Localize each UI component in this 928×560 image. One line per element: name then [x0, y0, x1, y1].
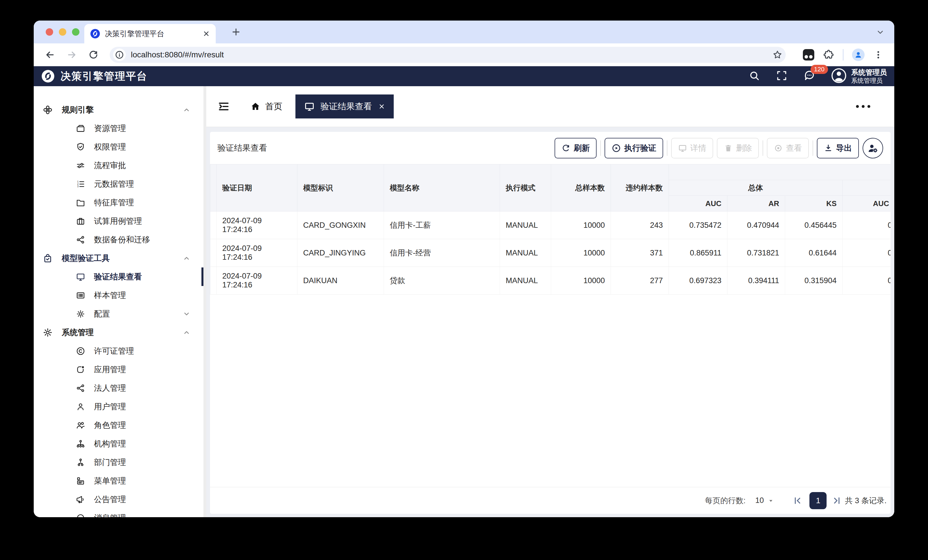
close-window-button[interactable] [46, 28, 53, 36]
sidebar-item-notice-management[interactable]: 公告管理 [34, 490, 206, 508]
refresh-button[interactable]: 刷新 [554, 138, 597, 158]
pagination-bar: 每页的行数: 10 1 共 3 条记录. [210, 487, 891, 514]
tab-more-kebab-icon[interactable] [856, 105, 870, 108]
play-circle-icon [611, 143, 621, 153]
export-button[interactable]: 导出 [817, 138, 859, 158]
tab-validation-result-active[interactable]: 验证结果查看 [295, 94, 394, 119]
user-avatar[interactable] [831, 68, 847, 84]
table-empty-space [210, 295, 891, 487]
address-bar[interactable]: localhost:8080/#/mv/result [110, 47, 786, 63]
menu-card-icon [76, 476, 85, 486]
dropdown-caret-icon[interactable] [767, 497, 775, 504]
cell-date: 2024-07-09 17:24:16 [217, 267, 298, 295]
cell-auc-2: 0 [843, 267, 891, 295]
maximize-window-button[interactable] [72, 28, 79, 36]
sidebar-item-legal-entity-management[interactable]: 法人管理 [34, 379, 206, 397]
cell-auc: 0.735472 [669, 212, 727, 239]
sidebar-item-department-management[interactable]: 部门管理 [34, 453, 206, 472]
sidebar-item-workflow-approval[interactable]: 流程审批 [34, 156, 206, 175]
briefcase-icon [76, 216, 85, 226]
bookmark-star-icon[interactable] [772, 49, 783, 60]
execute-validation-button[interactable]: 执行验证 [604, 138, 663, 158]
browser-tab[interactable]: 决策引擎管理平台 [84, 24, 216, 43]
sidebar-item-config[interactable]: 配置 [34, 304, 206, 323]
col-date: 验证日期 [217, 164, 298, 212]
extensions-puzzle-icon[interactable] [823, 49, 834, 61]
view-button[interactable]: 查看 [767, 138, 809, 158]
window-controls [46, 28, 79, 36]
col-group-next [843, 180, 891, 196]
app-header: 决策引擎管理平台 120 系统管理员 系统管理员 [34, 66, 894, 86]
sidebar-fold-icon[interactable] [218, 100, 230, 113]
sidebar-item-message-management[interactable]: 消息管理 [34, 508, 206, 517]
table-row[interactable]: 2024-07-09 17:24:16 CARD_GONGXIN 信用卡-工薪 … [210, 212, 891, 239]
toolbar-divider [667, 140, 667, 156]
rule-engine-icon [42, 105, 53, 115]
forward-icon[interactable] [66, 49, 77, 60]
back-icon[interactable] [44, 49, 55, 60]
total-records-label: 共 3 条记录. [845, 496, 887, 506]
user-settings-button[interactable] [862, 138, 883, 158]
col-ar: AR [727, 196, 785, 212]
sidebar-group-system-management[interactable]: 系统管理 [34, 323, 206, 342]
message-count-badge: 120 [810, 65, 828, 74]
browser-profile-icon[interactable] [852, 49, 865, 61]
sliders-icon [76, 161, 85, 170]
last-page-icon[interactable] [832, 496, 841, 505]
browser-menu-kebab-icon[interactable] [873, 50, 884, 60]
col-ks: KS [785, 196, 843, 212]
sidebar-item-license-management[interactable]: 许可证管理 [34, 342, 206, 360]
fullscreen-icon[interactable] [776, 70, 788, 83]
table-row[interactable]: 2024-07-09 17:24:16 CARD_JINGYING 信用卡-经营… [210, 239, 891, 267]
url-text: localhost:8080/#/mv/result [131, 50, 224, 59]
messages-icon[interactable]: 120 [803, 69, 816, 83]
col-model-id: 模型标识 [298, 164, 384, 212]
sidebar-item-app-management[interactable]: 应用管理 [34, 360, 206, 379]
browser-toolbar: localhost:8080/#/mv/result [34, 43, 894, 66]
site-favicon-icon [90, 29, 100, 39]
sidebar-item-user-management[interactable]: 用户管理 [34, 397, 206, 416]
tab-search-chevron-icon[interactable] [876, 28, 885, 37]
cell-model-name: 信用卡-工薪 [384, 212, 500, 239]
sidebar-item-role-management[interactable]: 角色管理 [34, 416, 206, 434]
tab-home[interactable]: 首页 [250, 101, 282, 113]
sidebar-item-organization-management[interactable]: 机构管理 [34, 434, 206, 453]
megaphone-icon [76, 495, 85, 504]
new-tab-button[interactable] [231, 27, 241, 37]
cell-model-name: 信用卡-经营 [384, 239, 500, 267]
site-info-icon[interactable] [113, 49, 126, 61]
sidebar-item-trial-case-management[interactable]: 试算用例管理 [34, 212, 206, 230]
sidebar-item-metadata-management[interactable]: 123 元数据管理 [34, 175, 206, 193]
sidebar-item-validation-result-view[interactable]: 验证结果查看 [34, 268, 206, 286]
tab-close-icon[interactable] [203, 30, 210, 37]
app-logo-icon [41, 69, 55, 83]
delete-button[interactable]: 删除 [717, 138, 759, 158]
resource-icon [76, 123, 85, 133]
table-row[interactable]: 2024-07-09 17:24:16 DAIKUAN 贷款 MANUAL 10… [210, 267, 891, 295]
copyright-icon [76, 346, 85, 356]
sidebar-item-sample-management[interactable]: 样本管理 [34, 286, 206, 304]
rows-per-page-select[interactable]: 10 [755, 496, 764, 505]
current-page-button[interactable]: 1 [809, 492, 827, 509]
cell-auc-2: 0 [843, 239, 891, 267]
search-icon[interactable] [748, 70, 760, 83]
sidebar-item-data-backup-migration[interactable]: 数据备份和迁移 [34, 230, 206, 249]
sidebar-item-permission-management[interactable]: 权限管理 [34, 138, 206, 156]
extension-badge-icon[interactable] [803, 49, 814, 61]
sidebar-group-rule-engine[interactable]: 规则引擎 [34, 100, 206, 119]
reload-icon[interactable] [88, 49, 99, 60]
chevron-up-icon [183, 329, 190, 336]
cell-ar: 0.394111 [727, 267, 785, 295]
first-page-icon[interactable] [793, 496, 803, 505]
sidebar-item-feature-library-management[interactable]: 特征库管理 [34, 193, 206, 212]
sidebar-group-model-validation-tools[interactable]: 模型验证工具 [34, 249, 206, 268]
folder-icon [76, 198, 85, 207]
detail-button[interactable]: 详情 [671, 138, 713, 158]
minimize-window-button[interactable] [59, 28, 66, 36]
user-info: 系统管理员 系统管理员 [851, 68, 887, 85]
tab-close-icon[interactable] [378, 103, 385, 110]
sidebar-item-resource-management[interactable]: 资源管理 [34, 119, 206, 138]
cell-total: 10000 [551, 267, 611, 295]
sidebar-item-menu-management[interactable]: 菜单管理 [34, 472, 206, 490]
users-icon [76, 420, 85, 430]
